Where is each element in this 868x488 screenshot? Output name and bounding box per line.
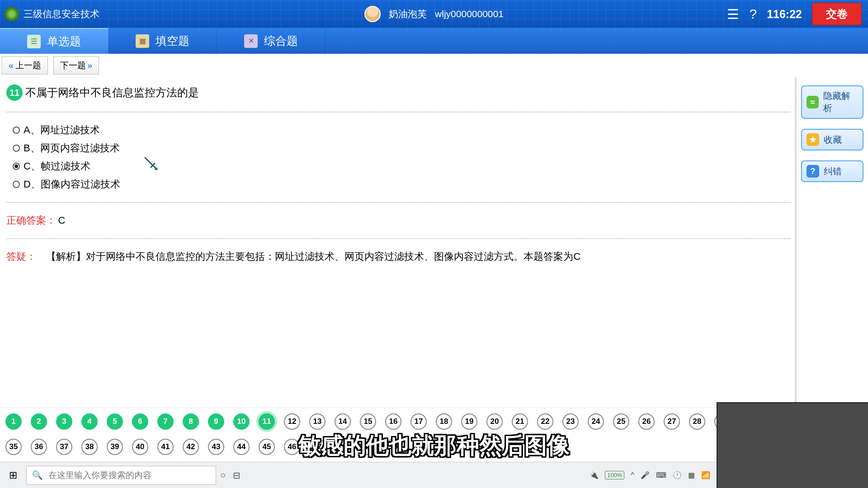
comprehensive-icon: ✕ — [244, 34, 258, 48]
tab-single-choice[interactable]: ☰ 单选题 — [0, 28, 108, 54]
question-mark-icon: ? — [807, 165, 819, 178]
windows-taskbar: ⊞ 🔍 在这里输入你要搜索的内容 ○ ⊟ 🔌 100% ^ 🎤 ⌨ 🕐 ▦ 📶 — [0, 462, 717, 488]
qnav-item-27[interactable]: 27 — [664, 413, 680, 430]
battery-indicator: 100% — [605, 471, 624, 479]
question-number-badge: 11 — [6, 84, 23, 101]
qnav-item-12[interactable]: 12 — [284, 413, 300, 430]
explain-value: 【解析】对于网络中不良信息监控的方法主要包括：网址过滤技术、网页内容过滤技术、图… — [46, 251, 580, 262]
webcam-overlay — [717, 402, 868, 488]
option-A[interactable]: A、网址过滤技术 — [13, 123, 790, 137]
qnav-item-35[interactable]: 35 — [5, 439, 22, 455]
qnav-item-20[interactable]: 20 — [486, 413, 503, 430]
qnav-item-3[interactable]: 3 — [56, 413, 72, 430]
qnav-item-5[interactable]: 5 — [107, 413, 123, 430]
qnav-item-18[interactable]: 18 — [436, 413, 452, 430]
qnav-item-24[interactable]: 24 — [588, 413, 604, 430]
qnav-item-1[interactable]: 1 — [5, 413, 22, 430]
start-button[interactable]: ⊞ — [0, 462, 26, 488]
qnav-item-28[interactable]: 28 — [689, 413, 705, 430]
favorite-button[interactable]: ★ 收藏 — [801, 129, 863, 150]
qnav-item-9[interactable]: 9 — [208, 413, 224, 430]
qnav-item-40[interactable]: 40 — [132, 439, 148, 455]
qnav-item-36[interactable]: 36 — [31, 439, 47, 455]
fill-blank-icon: ▦ — [136, 34, 149, 48]
report-error-label: 纠错 — [824, 165, 842, 178]
option-text: D、图像内容过滤技术 — [24, 178, 120, 191]
option-text: B、网页内容过滤技术 — [24, 141, 120, 155]
qnav-item-23[interactable]: 23 — [562, 413, 579, 430]
taskbar-search[interactable]: 🔍 在这里输入你要搜索的内容 — [26, 466, 216, 485]
qnav-item-46[interactable]: 46 — [284, 439, 300, 455]
radio-icon — [13, 163, 20, 170]
tab-fill-blank[interactable]: ▦ 填空题 — [108, 28, 217, 54]
app-icon[interactable]: ▦ — [688, 471, 695, 479]
tab-label: 综合题 — [264, 33, 298, 48]
qnav-item-45[interactable]: 45 — [259, 439, 275, 455]
clock-icon[interactable]: 🕐 — [673, 471, 682, 479]
option-D[interactable]: D、图像内容过滤技术 — [13, 178, 790, 191]
qnav-item-38[interactable]: 38 — [81, 439, 98, 455]
qnav-item-43[interactable]: 43 — [208, 439, 224, 455]
hide-analysis-label: 隐藏解析 — [823, 90, 858, 114]
option-B[interactable]: B、网页内容过滤技术 — [13, 141, 790, 155]
task-view-icon[interactable]: ⊟ — [230, 469, 243, 482]
side-panel: ≈ 隐藏解析 ★ 收藏 ? 纠错 — [796, 77, 868, 408]
system-tray: 🔌 100% ^ 🎤 ⌨ 🕐 ▦ 📶 — [590, 471, 717, 479]
qnav-item-19[interactable]: 19 — [461, 413, 477, 430]
question-pane: 11 不属于网络中不良信息监控方法的是 A、网址过滤技术B、网页内容过滤技术C、… — [0, 77, 795, 408]
user-id: wljy0000000001 — [435, 9, 504, 19]
qnav-item-4[interactable]: 4 — [81, 413, 98, 430]
list-icon[interactable]: ☰ — [727, 6, 739, 22]
qnav-item-37[interactable]: 37 — [56, 439, 72, 455]
qnav-item-10[interactable]: 10 — [233, 413, 250, 430]
next-question-button[interactable]: 下一题 » — [53, 56, 99, 75]
tab-comprehensive[interactable]: ✕ 综合题 — [217, 28, 326, 54]
chevron-right-icon: » — [88, 61, 93, 70]
qnav-item-26[interactable]: 26 — [638, 413, 655, 430]
app-logo-icon — [5, 7, 19, 21]
qnav-item-13[interactable]: 13 — [309, 413, 326, 430]
option-text: A、网址过滤技术 — [24, 123, 100, 137]
user-name: 奶油泡芙 — [389, 8, 427, 20]
qnav-item-25[interactable]: 25 — [613, 413, 629, 430]
qnav-item-42[interactable]: 42 — [183, 439, 199, 455]
qnav-item-17[interactable]: 17 — [410, 413, 427, 430]
answer-value: C — [58, 215, 65, 226]
question-text: 不属于网络中不良信息监控方法的是 — [25, 85, 199, 100]
qnav-item-21[interactable]: 21 — [512, 413, 528, 430]
qnav-item-39[interactable]: 39 — [107, 439, 123, 455]
qnav-item-41[interactable]: 41 — [157, 439, 174, 455]
qnav-item-8[interactable]: 8 — [183, 413, 199, 430]
timer: 116:22 — [767, 8, 802, 21]
cursor-sword-icon — [144, 156, 158, 171]
qnav-item-16[interactable]: 16 — [385, 413, 401, 430]
option-C[interactable]: C、帧过滤技术 — [13, 160, 790, 173]
search-icon: 🔍 — [32, 470, 43, 480]
prev-question-button[interactable]: « 上一题 — [2, 56, 48, 75]
favorite-label: 收藏 — [824, 134, 842, 146]
qnav-item-14[interactable]: 14 — [335, 413, 351, 430]
tab-label: 单选题 — [47, 34, 81, 49]
microphone-icon[interactable]: 🎤 — [641, 471, 650, 479]
qnav-item-44[interactable]: 44 — [233, 439, 250, 455]
report-error-button[interactable]: ? 纠错 — [801, 160, 863, 182]
prev-label: 上一题 — [15, 60, 41, 71]
tray-chevron-icon[interactable]: ^ — [631, 471, 634, 479]
answer-label: 正确答案： — [6, 215, 56, 226]
submit-button[interactable]: 交卷 — [812, 3, 862, 25]
video-subtitle: 敏感的他也就那种然后图像 — [298, 431, 570, 461]
next-label: 下一题 — [60, 60, 86, 71]
qnav-item-7[interactable]: 7 — [157, 413, 174, 430]
qnav-item-2[interactable]: 2 — [31, 413, 47, 430]
qnav-item-15[interactable]: 15 — [360, 413, 376, 430]
help-icon[interactable]: ? — [749, 6, 757, 22]
qnav-item-22[interactable]: 22 — [537, 413, 553, 430]
keyboard-icon[interactable]: ⌨ — [656, 471, 666, 479]
star-icon: ★ — [807, 133, 819, 146]
wifi-icon[interactable]: 📶 — [701, 471, 710, 479]
qnav-item-6[interactable]: 6 — [132, 413, 148, 430]
option-text: C、帧过滤技术 — [24, 160, 90, 173]
hide-analysis-button[interactable]: ≈ 隐藏解析 — [801, 85, 863, 119]
qnav-item-11[interactable]: 11 — [259, 413, 275, 430]
cortana-icon[interactable]: ○ — [216, 469, 230, 482]
